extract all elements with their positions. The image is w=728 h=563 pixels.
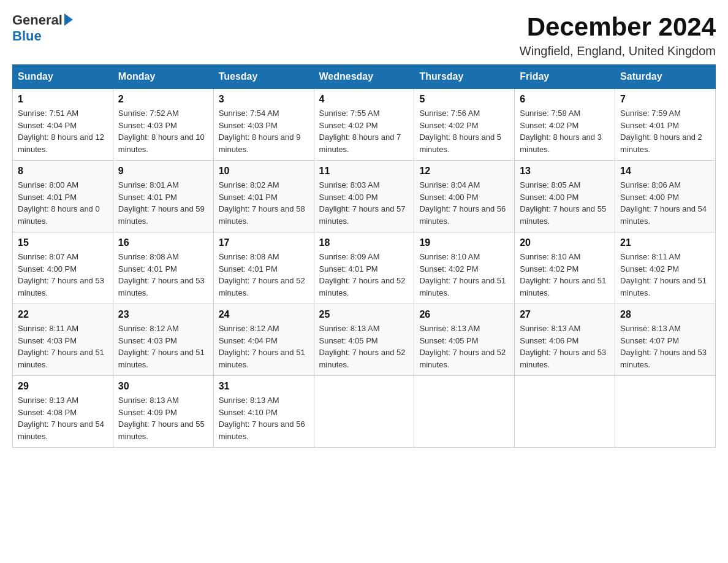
calendar-day-cell (515, 376, 615, 448)
calendar-header-friday: Friday (515, 65, 615, 89)
calendar-table: SundayMondayTuesdayWednesdayThursdayFrid… (12, 64, 716, 448)
calendar-day-cell: 28 Sunrise: 8:13 AM Sunset: 4:07 PM Dayl… (615, 304, 716, 376)
calendar-day-cell: 21 Sunrise: 8:11 AM Sunset: 4:02 PM Dayl… (615, 232, 716, 304)
day-info: Sunrise: 8:12 AM Sunset: 4:03 PM Dayligh… (118, 323, 208, 370)
day-info: Sunrise: 8:11 AM Sunset: 4:02 PM Dayligh… (620, 251, 710, 299)
calendar-day-cell: 4 Sunrise: 7:55 AM Sunset: 4:02 PM Dayli… (314, 89, 414, 161)
day-info: Sunrise: 7:58 AM Sunset: 4:02 PM Dayligh… (520, 107, 610, 155)
day-info: Sunrise: 8:13 AM Sunset: 4:10 PM Dayligh… (219, 394, 309, 442)
day-number: 5 (419, 94, 509, 105)
day-info: Sunrise: 8:11 AM Sunset: 4:03 PM Dayligh… (18, 323, 108, 370)
calendar-header-saturday: Saturday (615, 65, 716, 89)
day-number: 28 (620, 309, 710, 320)
calendar-day-cell: 24 Sunrise: 8:12 AM Sunset: 4:04 PM Dayl… (213, 304, 314, 376)
day-info: Sunrise: 8:13 AM Sunset: 4:09 PM Dayligh… (118, 394, 208, 442)
day-number: 11 (319, 166, 409, 177)
logo-arrow-icon (64, 13, 73, 26)
day-number: 19 (419, 237, 509, 248)
day-info: Sunrise: 8:13 AM Sunset: 4:05 PM Dayligh… (319, 323, 409, 370)
day-number: 6 (520, 94, 610, 105)
calendar-day-cell: 8 Sunrise: 8:00 AM Sunset: 4:01 PM Dayli… (13, 161, 113, 232)
day-info: Sunrise: 7:52 AM Sunset: 4:03 PM Dayligh… (118, 107, 208, 155)
day-info: Sunrise: 8:09 AM Sunset: 4:01 PM Dayligh… (319, 251, 409, 299)
page-header: General Blue December 2024 Wingfield, En… (12, 12, 716, 58)
day-number: 4 (319, 94, 409, 105)
title-section: December 2024 Wingfield, England, United… (520, 12, 716, 58)
day-number: 20 (520, 237, 610, 248)
calendar-day-cell: 16 Sunrise: 8:08 AM Sunset: 4:01 PM Dayl… (113, 232, 213, 304)
day-number: 16 (118, 237, 208, 248)
calendar-day-cell: 2 Sunrise: 7:52 AM Sunset: 4:03 PM Dayli… (113, 89, 213, 161)
day-info: Sunrise: 8:01 AM Sunset: 4:01 PM Dayligh… (118, 179, 208, 227)
calendar-day-cell: 1 Sunrise: 7:51 AM Sunset: 4:04 PM Dayli… (13, 89, 113, 161)
day-number: 2 (118, 94, 208, 105)
calendar-day-cell (314, 376, 414, 448)
calendar-day-cell: 6 Sunrise: 7:58 AM Sunset: 4:02 PM Dayli… (515, 89, 615, 161)
day-info: Sunrise: 7:54 AM Sunset: 4:03 PM Dayligh… (219, 107, 309, 155)
day-info: Sunrise: 8:10 AM Sunset: 4:02 PM Dayligh… (419, 251, 509, 299)
day-number: 30 (118, 381, 208, 392)
day-number: 24 (219, 309, 309, 320)
calendar-day-cell: 18 Sunrise: 8:09 AM Sunset: 4:01 PM Dayl… (314, 232, 414, 304)
calendar-day-cell: 11 Sunrise: 8:03 AM Sunset: 4:00 PM Dayl… (314, 161, 414, 232)
day-info: Sunrise: 7:59 AM Sunset: 4:01 PM Dayligh… (620, 107, 710, 155)
day-number: 22 (18, 309, 108, 320)
calendar-day-cell: 5 Sunrise: 7:56 AM Sunset: 4:02 PM Dayli… (414, 89, 515, 161)
calendar-day-cell: 10 Sunrise: 8:02 AM Sunset: 4:01 PM Dayl… (213, 161, 314, 232)
calendar-day-cell: 9 Sunrise: 8:01 AM Sunset: 4:01 PM Dayli… (113, 161, 213, 232)
logo-blue-text: Blue (12, 28, 42, 44)
day-number: 3 (219, 94, 309, 105)
day-info: Sunrise: 8:05 AM Sunset: 4:00 PM Dayligh… (520, 179, 610, 227)
day-number: 13 (520, 166, 610, 177)
day-number: 23 (118, 309, 208, 320)
calendar-day-cell (414, 376, 515, 448)
day-info: Sunrise: 8:08 AM Sunset: 4:01 PM Dayligh… (219, 251, 309, 299)
calendar-header-monday: Monday (113, 65, 213, 89)
day-info: Sunrise: 8:07 AM Sunset: 4:00 PM Dayligh… (18, 251, 108, 299)
calendar-header-wednesday: Wednesday (314, 65, 414, 89)
calendar-header-sunday: Sunday (13, 65, 113, 89)
calendar-header-row: SundayMondayTuesdayWednesdayThursdayFrid… (13, 65, 716, 89)
day-info: Sunrise: 8:04 AM Sunset: 4:00 PM Dayligh… (419, 179, 509, 227)
day-info: Sunrise: 7:51 AM Sunset: 4:04 PM Dayligh… (18, 107, 108, 155)
location-text: Wingfield, England, United Kingdom (520, 44, 716, 58)
logo-general-text: General (12, 12, 63, 28)
day-info: Sunrise: 8:00 AM Sunset: 4:01 PM Dayligh… (18, 179, 108, 227)
calendar-week-row: 15 Sunrise: 8:07 AM Sunset: 4:00 PM Dayl… (13, 232, 716, 304)
calendar-header-thursday: Thursday (414, 65, 515, 89)
calendar-day-cell: 7 Sunrise: 7:59 AM Sunset: 4:01 PM Dayli… (615, 89, 716, 161)
day-number: 21 (620, 237, 710, 248)
day-info: Sunrise: 8:03 AM Sunset: 4:00 PM Dayligh… (319, 179, 409, 227)
day-info: Sunrise: 8:12 AM Sunset: 4:04 PM Dayligh… (219, 323, 309, 370)
calendar-week-row: 1 Sunrise: 7:51 AM Sunset: 4:04 PM Dayli… (13, 89, 716, 161)
day-number: 14 (620, 166, 710, 177)
calendar-day-cell: 14 Sunrise: 8:06 AM Sunset: 4:00 PM Dayl… (615, 161, 716, 232)
month-title: December 2024 (520, 12, 716, 42)
calendar-day-cell: 23 Sunrise: 8:12 AM Sunset: 4:03 PM Dayl… (113, 304, 213, 376)
day-number: 27 (520, 309, 610, 320)
calendar-day-cell: 25 Sunrise: 8:13 AM Sunset: 4:05 PM Dayl… (314, 304, 414, 376)
calendar-day-cell: 22 Sunrise: 8:11 AM Sunset: 4:03 PM Dayl… (13, 304, 113, 376)
day-number: 15 (18, 237, 108, 248)
day-number: 12 (419, 166, 509, 177)
day-number: 26 (419, 309, 509, 320)
calendar-day-cell: 19 Sunrise: 8:10 AM Sunset: 4:02 PM Dayl… (414, 232, 515, 304)
calendar-day-cell: 29 Sunrise: 8:13 AM Sunset: 4:08 PM Dayl… (13, 376, 113, 448)
calendar-header-tuesday: Tuesday (213, 65, 314, 89)
day-info: Sunrise: 8:06 AM Sunset: 4:00 PM Dayligh… (620, 179, 710, 227)
calendar-day-cell (615, 376, 716, 448)
day-info: Sunrise: 7:55 AM Sunset: 4:02 PM Dayligh… (319, 107, 409, 155)
calendar-day-cell: 15 Sunrise: 8:07 AM Sunset: 4:00 PM Dayl… (13, 232, 113, 304)
calendar-week-row: 29 Sunrise: 8:13 AM Sunset: 4:08 PM Dayl… (13, 376, 716, 448)
day-info: Sunrise: 8:13 AM Sunset: 4:05 PM Dayligh… (419, 323, 509, 370)
day-info: Sunrise: 8:13 AM Sunset: 4:07 PM Dayligh… (620, 323, 710, 370)
day-info: Sunrise: 8:02 AM Sunset: 4:01 PM Dayligh… (219, 179, 309, 227)
calendar-day-cell: 27 Sunrise: 8:13 AM Sunset: 4:06 PM Dayl… (515, 304, 615, 376)
calendar-day-cell: 26 Sunrise: 8:13 AM Sunset: 4:05 PM Dayl… (414, 304, 515, 376)
day-number: 31 (219, 381, 309, 392)
day-info: Sunrise: 7:56 AM Sunset: 4:02 PM Dayligh… (419, 107, 509, 155)
day-info: Sunrise: 8:13 AM Sunset: 4:06 PM Dayligh… (520, 323, 610, 370)
day-number: 8 (18, 166, 108, 177)
day-info: Sunrise: 8:08 AM Sunset: 4:01 PM Dayligh… (118, 251, 208, 299)
calendar-day-cell: 20 Sunrise: 8:10 AM Sunset: 4:02 PM Dayl… (515, 232, 615, 304)
